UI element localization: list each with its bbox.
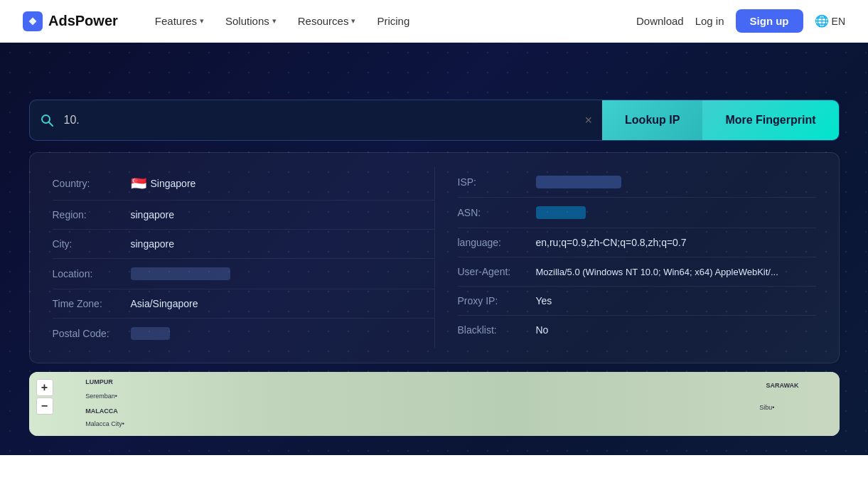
label-asn: ASN: — [458, 207, 536, 218]
navbar: AdsPower Features ▾ Solutions ▾ Resource… — [0, 0, 868, 43]
result-right-col: ISP: ASN: language: en,ru;q=0.9,zh-CN;q=… — [434, 167, 816, 348]
lang-label: EN — [832, 16, 845, 27]
value-language: en,ru;q=0.9,zh-CN;q=0.8,zh;q=0.7 — [536, 237, 687, 248]
result-row-blacklist: Blacklist: No — [458, 316, 816, 344]
label-timezone: Time Zone: — [53, 298, 131, 309]
more-fingerprint-button[interactable]: More Fingerprint — [702, 100, 838, 140]
nav-solutions[interactable]: Solutions ▾ — [217, 11, 285, 31]
search-bar: × Lookup IP More Fingerprint — [29, 100, 840, 141]
search-icon — [30, 113, 64, 127]
map-label-sarawak: SARAWAK — [766, 382, 798, 389]
value-timezone: Asia/Singapore — [131, 298, 198, 309]
globe-icon: 🌐 — [815, 14, 829, 28]
map-label-malacca: MALACCA — [85, 407, 118, 415]
nav-signup[interactable]: Sign up — [736, 9, 803, 33]
map-zoom-controls: + − — [36, 379, 53, 415]
chevron-down-icon: ▾ — [272, 16, 277, 26]
hero-section: × Lookup IP More Fingerprint Country: 🇸🇬… — [0, 43, 868, 455]
map-zoom-in[interactable]: + — [36, 379, 53, 396]
chevron-down-icon: ▾ — [351, 16, 355, 26]
value-city: singapore — [131, 238, 175, 250]
value-location — [131, 267, 230, 280]
nav-download[interactable]: Download — [636, 15, 684, 27]
lookup-ip-button[interactable]: Lookup IP — [602, 100, 702, 140]
nav-resources[interactable]: Resources ▾ — [289, 11, 365, 31]
nav-right: Download Log in Sign up 🌐 EN — [636, 9, 845, 33]
search-input[interactable] — [64, 104, 575, 137]
value-asn — [536, 206, 586, 219]
value-region: singapore — [131, 209, 175, 220]
label-location: Location: — [53, 268, 131, 279]
logo-text: AdsPower — [48, 13, 118, 29]
label-city: City: — [53, 238, 131, 250]
label-blacklist: Blacklist: — [458, 324, 536, 336]
result-row-isp: ISP: — [458, 167, 816, 198]
label-region: Region: — [53, 209, 131, 220]
map-label-seremban: Seremban• — [85, 393, 117, 400]
svg-line-1 — [49, 122, 53, 126]
value-country: Singapore — [151, 178, 196, 189]
label-proxy: Proxy IP: — [458, 295, 536, 306]
nav-lang[interactable]: 🌐 EN — [815, 14, 845, 28]
result-row-city: City: singapore — [53, 230, 434, 259]
clear-icon[interactable]: × — [575, 113, 603, 128]
value-postal — [131, 327, 170, 340]
map-label-malacca-city: Malacca City• — [85, 420, 124, 427]
value-isp — [536, 176, 621, 188]
label-language: language: — [458, 237, 536, 248]
nav-features[interactable]: Features ▾ — [146, 11, 213, 31]
label-country: Country: — [53, 178, 131, 189]
logo[interactable]: AdsPower — [23, 11, 118, 31]
nav-pricing[interactable]: Pricing — [368, 11, 418, 31]
label-postal: Postal Code: — [53, 328, 131, 339]
value-blacklist: No — [536, 324, 549, 336]
value-proxy: Yes — [536, 295, 552, 306]
logo-icon — [23, 11, 43, 31]
nav-links: Features ▾ Solutions ▾ Resources ▾ Prici… — [146, 11, 636, 31]
map-label-sibu: Sibu• — [759, 404, 774, 411]
flag-icon: 🇸🇬 — [131, 176, 146, 191]
value-useragent: Mozilla/5.0 (Windows NT 10.0; Win64; x64… — [536, 267, 778, 277]
result-row-asn: ASN: — [458, 198, 816, 228]
result-row-postal: Postal Code: — [53, 319, 434, 348]
result-row-region: Region: singapore — [53, 201, 434, 230]
label-isp: ISP: — [458, 176, 536, 188]
result-left-col: Country: 🇸🇬 Singapore Region: singapore … — [53, 167, 434, 348]
map-background: + − LUMPUR Seremban• MALACCA Malacca Cit… — [29, 372, 840, 436]
nav-login[interactable]: Log in — [695, 15, 724, 27]
hero-content: × Lookup IP More Fingerprint Country: 🇸🇬… — [0, 43, 868, 436]
result-row-useragent: User-Agent: Mozilla/5.0 (Windows NT 10.0… — [458, 257, 816, 287]
result-card: Country: 🇸🇬 Singapore Region: singapore … — [29, 152, 840, 363]
map-section: + − LUMPUR Seremban• MALACCA Malacca Cit… — [29, 372, 840, 436]
result-row-proxy: Proxy IP: Yes — [458, 287, 816, 316]
result-row-timezone: Time Zone: Asia/Singapore — [53, 289, 434, 319]
map-label-lumpur: LUMPUR — [85, 378, 113, 385]
result-row-language: language: en,ru;q=0.9,zh-CN;q=0.8,zh;q=0… — [458, 228, 816, 257]
chevron-down-icon: ▾ — [200, 16, 204, 26]
result-row-location: Location: — [53, 259, 434, 289]
label-useragent: User-Agent: — [458, 266, 536, 277]
map-zoom-out[interactable]: − — [36, 398, 53, 415]
result-row-country: Country: 🇸🇬 Singapore — [53, 167, 434, 201]
